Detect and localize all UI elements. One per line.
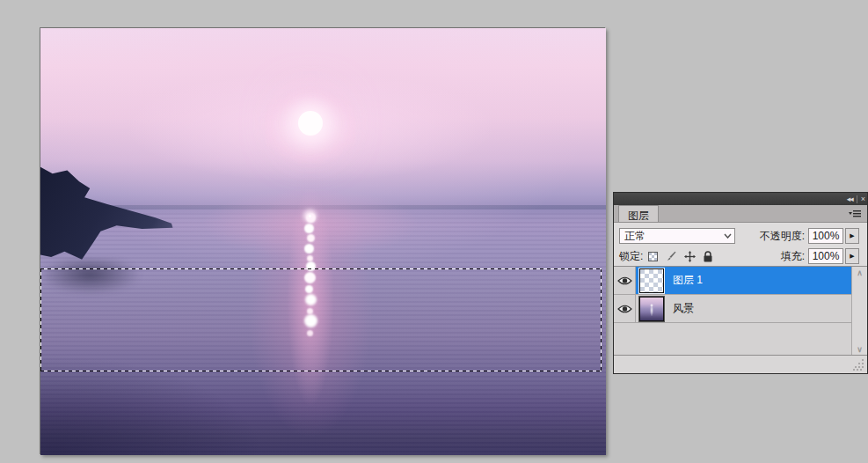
eye-icon: [617, 276, 632, 286]
layer-rows: 图层 1 风景: [614, 267, 851, 356]
fill-value: 100%: [813, 250, 840, 262]
panel-bottom-bar: [614, 355, 867, 373]
lock-pixels-brush-icon[interactable]: [665, 250, 677, 262]
panel-tabbar: 图层: [614, 205, 867, 223]
opacity-value: 100%: [813, 230, 840, 242]
layer-row-main: 风景: [636, 295, 851, 322]
layer1-thumbnail[interactable]: [639, 268, 664, 293]
layer-name: 风景: [673, 301, 694, 316]
fill-field[interactable]: 100%: [808, 248, 843, 264]
titlebar-divider: [857, 195, 857, 203]
landscape-thumbnail[interactable]: [639, 297, 664, 321]
opacity-field[interactable]: 100%: [808, 228, 843, 244]
layer-row-landscape[interactable]: 风景: [614, 295, 851, 323]
layer-row-layer1[interactable]: 图层 1: [614, 267, 851, 295]
close-panel-icon[interactable]: ×: [861, 195, 864, 203]
fill-label: 填充:: [781, 249, 808, 264]
panel-menu-icon[interactable]: [847, 209, 863, 219]
panel-titlebar: ◂◂ ×: [614, 193, 867, 205]
collapse-panel-icon[interactable]: ◂◂: [847, 195, 853, 203]
selection-marquee: [40, 268, 602, 371]
visibility-cell[interactable]: [614, 295, 636, 322]
layer-list-scrollbar[interactable]: ∧ ∨: [851, 267, 867, 356]
lock-fill-row: 锁定:: [614, 246, 867, 267]
sun-reflection-column: [309, 215, 311, 217]
resize-grip-icon[interactable]: [852, 358, 864, 371]
chevron-down-icon: [724, 233, 732, 239]
eye-icon: [617, 304, 632, 314]
shore-silhouette: [40, 160, 174, 273]
lock-label: 锁定:: [619, 249, 643, 264]
lock-all-padlock-icon[interactable]: [702, 250, 714, 262]
scroll-up-icon[interactable]: ∧: [857, 269, 863, 277]
opacity-slider-button[interactable]: ▶: [845, 228, 859, 244]
visibility-cell[interactable]: [614, 267, 636, 294]
blend-mode-select[interactable]: 正常: [619, 228, 735, 244]
opacity-label: 不透明度:: [760, 229, 808, 244]
blend-mode-value: 正常: [624, 229, 646, 244]
lock-transparency-icon[interactable]: [646, 250, 659, 262]
layer-name: 图层 1: [673, 273, 703, 288]
sun: [298, 111, 323, 136]
document-canvas[interactable]: [40, 28, 606, 455]
layer-list: 图层 1 风景 ∧ ∨: [614, 266, 867, 356]
lock-icons-group: [646, 250, 714, 262]
layer-row-main: 图层 1: [636, 267, 851, 294]
blend-opacity-row: 正常 不透明度: 100% ▶: [614, 223, 867, 246]
layers-panel: ◂◂ × 图层 正常 不透明度: 100% ▶ 锁定:: [613, 192, 868, 374]
fill-slider-button[interactable]: ▶: [845, 248, 859, 264]
lock-position-move-icon[interactable]: [683, 250, 696, 262]
tab-layers[interactable]: 图层: [618, 205, 659, 222]
scroll-down-icon[interactable]: ∨: [857, 346, 863, 354]
